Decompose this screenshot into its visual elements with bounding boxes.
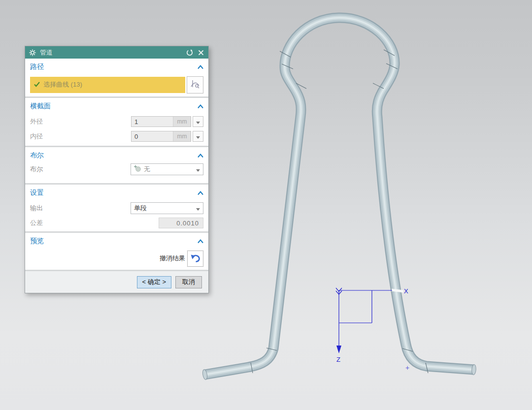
section-path-header[interactable]: 路径 <box>30 63 44 71</box>
section-preview: 预览 撤消结果 <box>25 233 208 270</box>
dialog-title: 管道 <box>40 48 53 57</box>
chevron-down-icon <box>196 133 200 140</box>
wcs-axes[interactable] <box>336 288 392 353</box>
boolean-value: 无 <box>144 165 150 174</box>
cancel-button[interactable]: 取消 <box>175 276 202 288</box>
check-icon <box>34 81 40 89</box>
output-dropdown[interactable]: 单段 <box>131 202 203 214</box>
output-value: 单段 <box>134 204 147 213</box>
inner-diameter-value[interactable]: 0 <box>132 131 173 141</box>
outer-diameter-value[interactable]: 1 <box>132 117 173 126</box>
section-settings: 设置 输出 单段 公差 0.0010 <box>25 185 208 231</box>
gear-icon <box>29 49 36 57</box>
select-curve-field[interactable]: 选择曲线 (13) <box>30 77 185 93</box>
z-axis-arrowhead-icon <box>336 346 341 353</box>
chevron-up-icon[interactable] <box>198 189 203 197</box>
inner-diameter-label: 内径 <box>30 132 43 141</box>
output-label: 输出 <box>30 204 43 213</box>
dialog-footer: < 确定 > 取消 <box>25 271 208 293</box>
axis-x-label: X <box>404 287 408 295</box>
section-cross-section: 横截面 外径 1 mm <box>25 98 208 146</box>
section-boolean-header[interactable]: 布尔 <box>30 151 44 160</box>
application-window: X Z + 管道 <box>0 0 532 410</box>
reset-icon[interactable] <box>186 49 194 57</box>
tube-highlight <box>205 18 474 375</box>
boolean-dropdown[interactable]: 无 <box>131 163 203 175</box>
tube-midtone <box>205 18 474 375</box>
chevron-up-icon[interactable] <box>198 102 203 110</box>
tolerance-value: 0.0010 <box>176 220 199 227</box>
select-curve-label: 选择曲线 (13) <box>43 80 82 89</box>
undo-arrow-icon <box>190 253 201 264</box>
undo-result-label: 撤消结果 <box>160 254 185 263</box>
inner-diameter-unit: mm <box>173 131 191 141</box>
inner-diameter-dropdown-button[interactable] <box>193 131 203 142</box>
inner-diameter-field[interactable]: 0 mm <box>131 131 203 142</box>
chevron-down-icon <box>196 204 200 213</box>
chevron-up-icon[interactable] <box>198 152 203 159</box>
boolean-none-icon <box>134 165 141 174</box>
tube-body <box>205 18 474 375</box>
outer-diameter-dropdown-button[interactable] <box>193 116 203 127</box>
axis-z-label: Z <box>336 356 340 363</box>
tolerance-label: 公差 <box>30 219 43 227</box>
chevron-down-icon <box>196 165 200 174</box>
curve-rule-icon <box>190 79 200 91</box>
dialog-titlebar[interactable]: 管道 <box>25 46 208 59</box>
section-boolean: 布尔 布尔 无 <box>25 147 208 183</box>
origin-plus-marker: + <box>405 364 409 372</box>
outer-diameter-field[interactable]: 1 mm <box>131 116 203 127</box>
tube-dialog: 管道 路径 <box>25 46 209 293</box>
curve-rule-button[interactable] <box>187 76 203 94</box>
close-icon[interactable] <box>197 49 205 57</box>
outer-diameter-unit: mm <box>173 117 191 126</box>
section-preview-header[interactable]: 预览 <box>30 237 44 246</box>
chevron-up-icon[interactable] <box>198 63 203 71</box>
undo-result-button[interactable] <box>187 251 203 267</box>
chevron-up-icon[interactable] <box>198 237 203 245</box>
section-cross-header[interactable]: 横截面 <box>30 102 51 111</box>
section-settings-header[interactable]: 设置 <box>30 189 44 197</box>
chevron-down-icon <box>196 118 200 126</box>
boolean-label: 布尔 <box>30 165 43 174</box>
tube-shaded-edge <box>205 18 474 375</box>
ok-button[interactable]: < 确定 > <box>137 276 171 288</box>
tolerance-field[interactable]: 0.0010 <box>159 218 203 228</box>
section-path: 路径 选择曲线 (13) <box>25 59 208 96</box>
outer-diameter-label: 外径 <box>30 117 43 126</box>
axis-crossing-highlight <box>392 290 403 291</box>
